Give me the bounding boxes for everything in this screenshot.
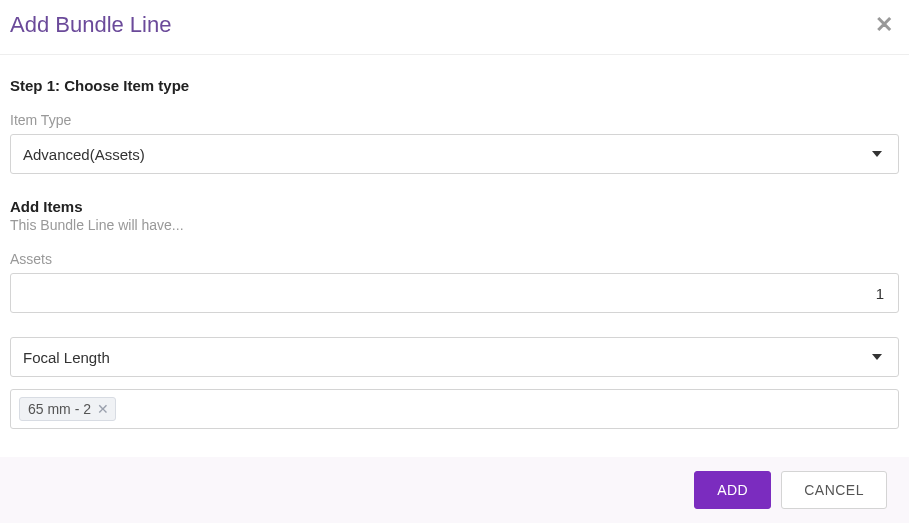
attribute-value: Focal Length [23,349,110,366]
chip-label: 65 mm - 2 [28,401,91,417]
modal-title: Add Bundle Line [10,12,171,38]
selected-chip: 65 mm - 2 ✕ [19,397,116,421]
caret-down-icon [872,151,882,157]
assets-quantity-input[interactable] [10,273,899,313]
step-1-heading: Step 1: Choose Item type [10,77,899,94]
attribute-values-input[interactable]: 65 mm - 2 ✕ [10,389,899,429]
item-type-select[interactable]: Advanced(Assets) [10,134,899,174]
add-button[interactable]: ADD [694,471,771,509]
chip-remove-icon[interactable]: ✕ [97,402,109,416]
cancel-button[interactable]: CANCEL [781,471,887,509]
modal-footer: ADD CANCEL [0,457,909,523]
item-type-value: Advanced(Assets) [23,146,145,163]
add-items-heading: Add Items [10,198,899,215]
modal-body: Step 1: Choose Item type Item Type Advan… [0,55,909,429]
add-items-subheading: This Bundle Line will have... [10,217,899,233]
modal-header: Add Bundle Line ✕ [0,0,909,55]
attribute-select[interactable]: Focal Length [10,337,899,377]
close-icon[interactable]: ✕ [871,10,897,40]
caret-down-icon [872,354,882,360]
item-type-label: Item Type [10,112,899,128]
assets-label: Assets [10,251,899,267]
